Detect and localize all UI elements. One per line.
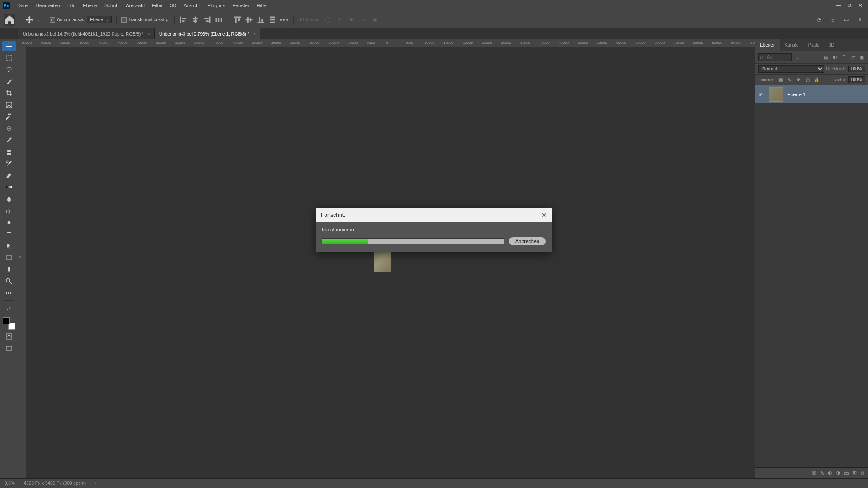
healing-brush-tool[interactable] — [2, 123, 16, 133]
more-tools-icon[interactable]: ••• — [2, 288, 16, 298]
lock-pixels-icon[interactable]: ✎ — [786, 77, 793, 82]
tab-close-button[interactable]: × — [146, 31, 151, 37]
document-info[interactable]: 4500 Px x 5400 Px (300 ppcm) — [24, 481, 86, 486]
auto-select-target[interactable]: Ebene — [87, 16, 112, 23]
tab-close-button[interactable]: × — [252, 31, 257, 37]
filter-pixel-icon[interactable]: ▦ — [823, 54, 829, 60]
dodge-tool[interactable] — [2, 206, 16, 216]
visibility-toggle-icon[interactable]: 👁 — [758, 92, 765, 97]
auto-select-checkbox[interactable]: Autom. ausw. — [50, 17, 84, 23]
lock-artboard-icon[interactable]: ▢ — [804, 77, 811, 82]
menu-ebene[interactable]: Ebene — [79, 3, 101, 8]
quick-mask-icon[interactable] — [2, 332, 16, 342]
layer-fx-icon[interactable]: fx — [820, 470, 824, 476]
magic-wand-tool[interactable] — [2, 76, 16, 86]
panel-tab-kanäle[interactable]: Kanäle — [780, 39, 803, 51]
layer-row[interactable]: 👁 Ebene 1 — [755, 85, 868, 103]
path-select-tool[interactable] — [2, 241, 16, 251]
layer-group-icon[interactable]: 🗀 — [844, 470, 849, 476]
menu-plug-ins[interactable]: Plug-ins — [203, 3, 229, 8]
cloud-docs-icon[interactable]: ◔ — [815, 15, 824, 24]
lock-transparent-icon[interactable]: ▦ — [777, 77, 783, 82]
delete-layer-icon[interactable]: 🗑 — [860, 470, 865, 476]
filter-type-icon[interactable]: T — [841, 54, 847, 60]
opacity-input[interactable] — [848, 66, 865, 72]
align-bottom-icon[interactable] — [256, 15, 265, 24]
align-center-v-icon[interactable] — [245, 15, 254, 24]
eraser-tool[interactable] — [2, 170, 16, 180]
menu-bearbeiten[interactable]: Bearbeiten — [33, 3, 64, 8]
zoom-tool[interactable] — [2, 276, 16, 286]
edit-toolbar-icon[interactable]: ⇄ — [2, 304, 16, 314]
filter-adjust-icon[interactable]: ◐ — [832, 54, 838, 60]
menu-filter[interactable]: Filter — [148, 3, 166, 8]
crop-tool[interactable] — [2, 88, 16, 98]
lock-position-icon[interactable]: ✥ — [795, 77, 802, 82]
ruler-vertical[interactable]: 0 — [18, 47, 26, 478]
link-layers-icon[interactable]: ⛓ — [811, 470, 816, 476]
layer-filter-input[interactable] — [758, 53, 792, 61]
hand-tool[interactable] — [2, 264, 16, 274]
document-tab[interactable]: Unbenannt-2 bei 14,3% (field-406181_1920… — [18, 28, 155, 39]
distribute-h-icon[interactable] — [214, 15, 223, 24]
align-center-h-icon[interactable] — [191, 15, 200, 24]
document-canvas[interactable] — [26, 47, 755, 478]
cancel-button[interactable]: Abbrechen — [509, 237, 546, 246]
lasso-tool[interactable] — [2, 65, 16, 75]
move-tool[interactable] — [2, 41, 16, 51]
close-button[interactable]: ✕ — [855, 1, 865, 9]
workspace-icon[interactable]: ▭ — [842, 15, 851, 24]
distribute-v-icon[interactable] — [268, 15, 277, 24]
filter-smart-icon[interactable]: ▣ — [859, 54, 865, 60]
blur-tool[interactable] — [2, 194, 16, 204]
layer-thumbnail[interactable] — [769, 87, 783, 102]
panel-tab-3d[interactable]: 3D — [824, 39, 839, 51]
menu-hilfe[interactable]: Hilfe — [253, 3, 270, 8]
panel-tab-pfade[interactable]: Pfade — [803, 39, 824, 51]
new-layer-icon[interactable]: ⊞ — [853, 470, 857, 476]
frame-tool[interactable] — [2, 100, 16, 110]
type-tool[interactable] — [2, 229, 16, 239]
history-brush-tool[interactable] — [2, 159, 16, 169]
menu-3d[interactable]: 3D — [166, 3, 180, 8]
layer-mask-icon[interactable]: ◐ — [828, 470, 832, 476]
screen-mode-icon[interactable] — [2, 343, 16, 353]
filter-shape-icon[interactable]: ▱ — [850, 54, 856, 60]
adjustment-layer-icon[interactable]: ◑ — [836, 470, 840, 476]
home-button[interactable] — [4, 14, 15, 26]
marquee-tool[interactable] — [2, 53, 16, 63]
share-icon[interactable]: ⇪ — [855, 15, 864, 24]
zoom-level[interactable]: 0,8% — [5, 481, 15, 486]
align-right-icon[interactable] — [203, 15, 212, 24]
dialog-close-button[interactable]: ✕ — [542, 211, 547, 219]
menu-ansicht[interactable]: Ansicht — [180, 3, 203, 8]
menu-datei[interactable]: Datei — [14, 3, 33, 8]
more-options-icon[interactable]: ••• — [280, 15, 289, 24]
clone-stamp-tool[interactable] — [2, 147, 16, 157]
menu-fenster[interactable]: Fenster — [229, 3, 253, 8]
document-tab[interactable]: Unbenannt-3 bei 0,796% (Ebene 1, RGB/8) … — [155, 28, 260, 39]
menu-bild[interactable]: Bild — [64, 3, 79, 8]
brush-tool[interactable] — [2, 135, 16, 145]
panel-tab-ebenen[interactable]: Ebenen — [755, 39, 780, 51]
gradient-tool[interactable] — [2, 182, 16, 192]
blend-mode-select[interactable]: Normal — [758, 65, 824, 73]
minimize-button[interactable]: — — [834, 1, 844, 9]
menu-auswahl[interactable]: Auswahl — [122, 3, 148, 8]
menu-schrift[interactable]: Schrift — [101, 3, 122, 8]
layer-name-label[interactable]: Ebene 1 — [787, 92, 806, 97]
status-arrow-icon[interactable]: › — [95, 481, 96, 486]
color-swatches[interactable] — [3, 317, 15, 330]
eyedropper-tool[interactable] — [2, 112, 16, 122]
align-left-icon[interactable] — [179, 15, 188, 24]
shape-tool[interactable] — [2, 253, 16, 263]
fill-input[interactable] — [848, 76, 865, 83]
dialog-titlebar[interactable]: Fortschritt ✕ — [316, 208, 552, 222]
search-icon[interactable]: ⌕ — [828, 15, 837, 24]
align-top-icon[interactable] — [233, 15, 242, 24]
maximize-button[interactable]: ⧉ — [844, 1, 854, 9]
lock-all-icon[interactable]: 🔒 — [813, 77, 820, 82]
pen-tool[interactable] — [2, 217, 16, 227]
ruler-horizontal[interactable]: 9500090000850008000075000700006500060000… — [18, 39, 755, 47]
transform-controls-checkbox[interactable]: Transformationsstrg. — [121, 17, 170, 23]
